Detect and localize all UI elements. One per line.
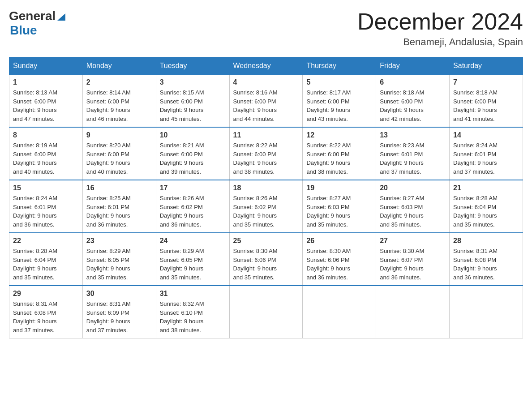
calendar-cell: 8 Sunrise: 8:19 AM Sunset: 6:00 PM Dayli… bbox=[9, 127, 83, 180]
calendar-cell bbox=[303, 286, 376, 338]
day-info: Sunrise: 8:18 AM Sunset: 6:00 PM Dayligh… bbox=[380, 88, 446, 123]
page-header: General Blue December 2024 Benameji, And… bbox=[9, 9, 523, 48]
day-info: Sunrise: 8:31 AM Sunset: 6:09 PM Dayligh… bbox=[86, 300, 152, 334]
day-info: Sunrise: 8:29 AM Sunset: 6:05 PM Dayligh… bbox=[86, 247, 152, 282]
calendar-cell: 20 Sunrise: 8:27 AM Sunset: 6:03 PM Dayl… bbox=[376, 180, 450, 233]
calendar-week-row: 22 Sunrise: 8:28 AM Sunset: 6:04 PM Dayl… bbox=[9, 233, 523, 286]
calendar-cell: 31 Sunrise: 8:32 AM Sunset: 6:10 PM Dayl… bbox=[156, 286, 229, 338]
calendar-cell: 11 Sunrise: 8:22 AM Sunset: 6:00 PM Dayl… bbox=[229, 127, 303, 180]
day-number: 23 bbox=[86, 237, 152, 245]
calendar-cell: 17 Sunrise: 8:26 AM Sunset: 6:02 PM Dayl… bbox=[156, 180, 229, 233]
day-info: Sunrise: 8:30 AM Sunset: 6:06 PM Dayligh… bbox=[306, 247, 372, 282]
day-number: 27 bbox=[380, 237, 446, 245]
calendar-cell: 15 Sunrise: 8:24 AM Sunset: 6:01 PM Dayl… bbox=[9, 180, 83, 233]
day-number: 8 bbox=[13, 131, 79, 139]
day-info: Sunrise: 8:22 AM Sunset: 6:00 PM Dayligh… bbox=[233, 141, 299, 176]
day-info: Sunrise: 8:16 AM Sunset: 6:00 PM Dayligh… bbox=[233, 88, 299, 123]
svg-marker-0 bbox=[57, 13, 65, 21]
calendar-week-row: 15 Sunrise: 8:24 AM Sunset: 6:01 PM Dayl… bbox=[9, 180, 523, 233]
day-number: 19 bbox=[306, 184, 372, 192]
day-info: Sunrise: 8:22 AM Sunset: 6:00 PM Dayligh… bbox=[306, 141, 372, 176]
day-number: 14 bbox=[453, 131, 519, 139]
calendar-cell: 23 Sunrise: 8:29 AM Sunset: 6:05 PM Dayl… bbox=[82, 233, 156, 286]
calendar-cell bbox=[376, 286, 450, 338]
day-info: Sunrise: 8:29 AM Sunset: 6:05 PM Dayligh… bbox=[160, 247, 226, 282]
day-number: 26 bbox=[306, 237, 372, 245]
column-header-monday: Monday bbox=[82, 57, 156, 75]
column-header-friday: Friday bbox=[376, 57, 450, 75]
calendar-week-row: 1 Sunrise: 8:13 AM Sunset: 6:00 PM Dayli… bbox=[9, 75, 523, 128]
day-number: 1 bbox=[13, 78, 79, 86]
day-number: 4 bbox=[233, 78, 299, 86]
column-header-saturday: Saturday bbox=[450, 57, 523, 75]
calendar-cell: 1 Sunrise: 8:13 AM Sunset: 6:00 PM Dayli… bbox=[9, 75, 83, 128]
calendar-cell: 29 Sunrise: 8:31 AM Sunset: 6:08 PM Dayl… bbox=[9, 286, 83, 338]
day-number: 17 bbox=[160, 184, 226, 192]
day-info: Sunrise: 8:25 AM Sunset: 6:01 PM Dayligh… bbox=[86, 194, 152, 229]
day-info: Sunrise: 8:14 AM Sunset: 6:00 PM Dayligh… bbox=[86, 88, 152, 123]
day-info: Sunrise: 8:15 AM Sunset: 6:00 PM Dayligh… bbox=[160, 88, 226, 123]
day-info: Sunrise: 8:31 AM Sunset: 6:08 PM Dayligh… bbox=[453, 247, 519, 282]
calendar-location: Benameji, Andalusia, Spain bbox=[357, 36, 523, 48]
calendar-cell: 19 Sunrise: 8:27 AM Sunset: 6:03 PM Dayl… bbox=[303, 180, 376, 233]
calendar-week-row: 8 Sunrise: 8:19 AM Sunset: 6:00 PM Dayli… bbox=[9, 127, 523, 180]
calendar-cell: 28 Sunrise: 8:31 AM Sunset: 6:08 PM Dayl… bbox=[450, 233, 523, 286]
calendar-cell: 24 Sunrise: 8:29 AM Sunset: 6:05 PM Dayl… bbox=[156, 233, 229, 286]
day-info: Sunrise: 8:13 AM Sunset: 6:00 PM Dayligh… bbox=[13, 88, 79, 123]
day-info: Sunrise: 8:17 AM Sunset: 6:00 PM Dayligh… bbox=[306, 88, 372, 123]
day-number: 3 bbox=[160, 78, 226, 86]
day-info: Sunrise: 8:20 AM Sunset: 6:00 PM Dayligh… bbox=[86, 141, 152, 176]
calendar-header-row: SundayMondayTuesdayWednesdayThursdayFrid… bbox=[9, 57, 523, 75]
day-info: Sunrise: 8:26 AM Sunset: 6:02 PM Dayligh… bbox=[160, 194, 226, 229]
calendar-cell: 21 Sunrise: 8:28 AM Sunset: 6:04 PM Dayl… bbox=[450, 180, 523, 233]
calendar-cell bbox=[450, 286, 523, 338]
day-number: 16 bbox=[86, 184, 152, 192]
logo-general-text: General bbox=[9, 9, 56, 23]
day-info: Sunrise: 8:31 AM Sunset: 6:08 PM Dayligh… bbox=[13, 300, 79, 334]
calendar-cell: 4 Sunrise: 8:16 AM Sunset: 6:00 PM Dayli… bbox=[229, 75, 303, 128]
day-number: 25 bbox=[233, 237, 299, 245]
calendar-cell: 27 Sunrise: 8:30 AM Sunset: 6:07 PM Dayl… bbox=[376, 233, 450, 286]
day-info: Sunrise: 8:30 AM Sunset: 6:07 PM Dayligh… bbox=[380, 247, 446, 282]
day-info: Sunrise: 8:27 AM Sunset: 6:03 PM Dayligh… bbox=[306, 194, 372, 229]
calendar-cell: 16 Sunrise: 8:25 AM Sunset: 6:01 PM Dayl… bbox=[82, 180, 156, 233]
day-number: 9 bbox=[86, 131, 152, 139]
calendar-cell: 10 Sunrise: 8:21 AM Sunset: 6:00 PM Dayl… bbox=[156, 127, 229, 180]
day-info: Sunrise: 8:19 AM Sunset: 6:00 PM Dayligh… bbox=[13, 141, 79, 176]
calendar-cell: 18 Sunrise: 8:26 AM Sunset: 6:02 PM Dayl… bbox=[229, 180, 303, 233]
calendar-cell: 9 Sunrise: 8:20 AM Sunset: 6:00 PM Dayli… bbox=[82, 127, 156, 180]
day-number: 13 bbox=[380, 131, 446, 139]
day-info: Sunrise: 8:26 AM Sunset: 6:02 PM Dayligh… bbox=[233, 194, 299, 229]
column-header-tuesday: Tuesday bbox=[156, 57, 229, 75]
calendar-cell: 6 Sunrise: 8:18 AM Sunset: 6:00 PM Dayli… bbox=[376, 75, 450, 128]
day-number: 30 bbox=[86, 290, 152, 298]
calendar-cell: 3 Sunrise: 8:15 AM Sunset: 6:00 PM Dayli… bbox=[156, 75, 229, 128]
calendar-cell: 13 Sunrise: 8:23 AM Sunset: 6:01 PM Dayl… bbox=[376, 127, 450, 180]
day-info: Sunrise: 8:21 AM Sunset: 6:00 PM Dayligh… bbox=[160, 141, 226, 176]
day-number: 7 bbox=[453, 78, 519, 86]
calendar-cell bbox=[229, 286, 303, 338]
day-number: 10 bbox=[160, 131, 226, 139]
calendar-cell: 7 Sunrise: 8:18 AM Sunset: 6:00 PM Dayli… bbox=[450, 75, 523, 128]
day-number: 12 bbox=[306, 131, 372, 139]
calendar-week-row: 29 Sunrise: 8:31 AM Sunset: 6:08 PM Dayl… bbox=[9, 286, 523, 338]
day-info: Sunrise: 8:28 AM Sunset: 6:04 PM Dayligh… bbox=[13, 247, 79, 282]
day-number: 2 bbox=[86, 78, 152, 86]
day-number: 29 bbox=[13, 290, 79, 298]
day-number: 5 bbox=[306, 78, 372, 86]
calendar-cell: 25 Sunrise: 8:30 AM Sunset: 6:06 PM Dayl… bbox=[229, 233, 303, 286]
column-header-wednesday: Wednesday bbox=[229, 57, 303, 75]
day-info: Sunrise: 8:18 AM Sunset: 6:00 PM Dayligh… bbox=[453, 88, 519, 123]
calendar-cell: 26 Sunrise: 8:30 AM Sunset: 6:06 PM Dayl… bbox=[303, 233, 376, 286]
calendar-cell: 30 Sunrise: 8:31 AM Sunset: 6:09 PM Dayl… bbox=[82, 286, 156, 338]
column-header-thursday: Thursday bbox=[303, 57, 376, 75]
day-number: 21 bbox=[453, 184, 519, 192]
calendar-cell: 14 Sunrise: 8:24 AM Sunset: 6:01 PM Dayl… bbox=[450, 127, 523, 180]
day-number: 22 bbox=[13, 237, 79, 245]
day-info: Sunrise: 8:30 AM Sunset: 6:06 PM Dayligh… bbox=[233, 247, 299, 282]
day-info: Sunrise: 8:23 AM Sunset: 6:01 PM Dayligh… bbox=[380, 141, 446, 176]
logo-blue-text: Blue bbox=[10, 23, 66, 38]
day-number: 15 bbox=[13, 184, 79, 192]
calendar-cell: 5 Sunrise: 8:17 AM Sunset: 6:00 PM Dayli… bbox=[303, 75, 376, 128]
day-number: 24 bbox=[160, 237, 226, 245]
